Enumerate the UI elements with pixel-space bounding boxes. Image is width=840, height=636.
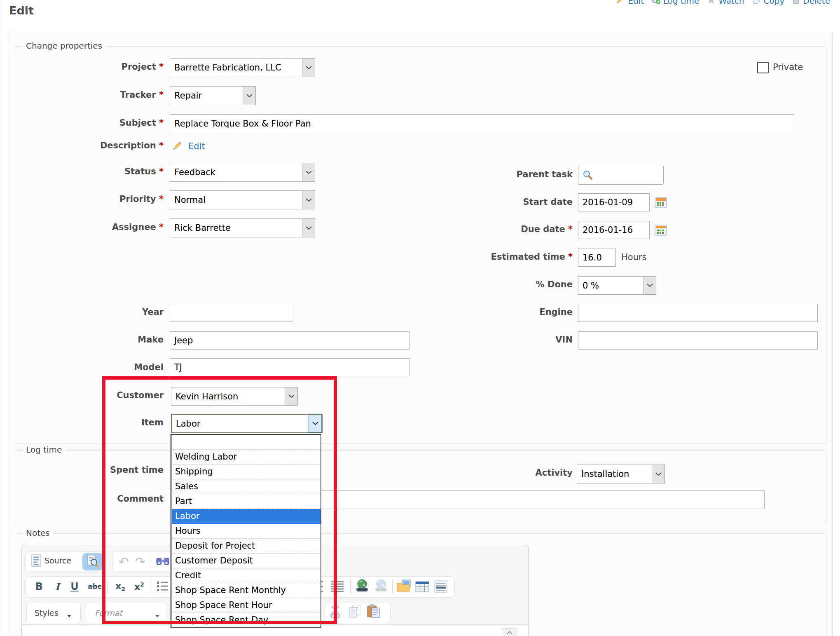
assignee-label: Assignee * bbox=[16, 222, 164, 232]
item-option[interactable]: Shop Space Rent Monthly bbox=[172, 583, 321, 598]
item-option[interactable]: Welding Labor bbox=[172, 450, 321, 465]
unlink-icon bbox=[373, 579, 389, 594]
item-option[interactable]: Shipping bbox=[172, 465, 321, 479]
copy-action-label: Copy bbox=[764, 0, 785, 6]
subject-value: Replace Torque Box & Floor Pan bbox=[174, 119, 311, 129]
vin-input[interactable] bbox=[578, 331, 818, 350]
scroll-up-button[interactable] bbox=[502, 628, 517, 636]
item-option[interactable]: Shop Space Rent Day bbox=[172, 613, 321, 627]
item-option[interactable]: Sales bbox=[172, 479, 321, 494]
toolbar-divider bbox=[350, 580, 351, 594]
italic-button[interactable]: I bbox=[49, 579, 65, 594]
item-option[interactable]: Deposit for Project bbox=[172, 539, 321, 554]
private-checkbox[interactable] bbox=[757, 62, 769, 73]
underline-icon: U bbox=[70, 581, 79, 592]
copy-icon bbox=[752, 0, 761, 7]
activity-select[interactable]: Installation bbox=[577, 465, 665, 483]
cut-button[interactable] bbox=[329, 605, 343, 620]
percent-done-select[interactable]: 0 % bbox=[578, 276, 656, 295]
model-input[interactable]: TJ bbox=[170, 358, 409, 376]
numbered-list-icon bbox=[157, 580, 169, 594]
tracker-select[interactable]: Repair bbox=[170, 86, 256, 105]
due-date-label: Due date * bbox=[412, 224, 573, 234]
log-time-legend: Log time bbox=[23, 445, 65, 455]
strikethrough-icon: abc bbox=[88, 582, 102, 591]
find-button[interactable] bbox=[156, 556, 170, 568]
paste-button[interactable] bbox=[367, 604, 381, 620]
priority-select[interactable]: Normal bbox=[170, 190, 315, 209]
watch-action[interactable]: Watch bbox=[707, 0, 744, 7]
chevron-down-icon bbox=[652, 465, 665, 483]
parent-task-input[interactable] bbox=[578, 166, 664, 185]
justify-button[interactable] bbox=[330, 580, 344, 594]
description-edit-link[interactable]: Edit bbox=[188, 141, 205, 151]
estimated-time-value: 16.0 bbox=[583, 253, 602, 263]
subscript-button[interactable]: x2 bbox=[111, 579, 129, 594]
model-label: Model bbox=[16, 362, 164, 372]
item-option-selected[interactable]: Labor bbox=[172, 509, 321, 524]
source-button[interactable]: Source bbox=[44, 556, 71, 565]
numbered-list-button[interactable] bbox=[157, 580, 169, 594]
underline-button[interactable]: U bbox=[67, 579, 82, 594]
superscript-button[interactable]: x2 bbox=[130, 579, 148, 594]
item-option[interactable]: Shop Space Rent Hour bbox=[172, 598, 321, 613]
due-date-input[interactable]: 2016-01-16 bbox=[578, 221, 650, 239]
chevron-down-icon bbox=[302, 219, 315, 237]
link-button[interactable] bbox=[354, 579, 370, 594]
year-input[interactable] bbox=[170, 304, 293, 322]
redo-button[interactable]: ↷ bbox=[133, 552, 147, 570]
copy-action[interactable]: Copy bbox=[752, 0, 785, 7]
page-title: Edit bbox=[9, 4, 34, 17]
item-label: Item bbox=[16, 418, 164, 427]
strikethrough-button[interactable]: abc bbox=[85, 579, 105, 594]
format-dropdown-label: Format bbox=[95, 608, 122, 617]
item-option[interactable]: Part bbox=[172, 494, 321, 509]
copy-icon bbox=[348, 604, 362, 620]
make-input[interactable]: Jeep bbox=[170, 331, 409, 350]
copy-button[interactable] bbox=[348, 604, 362, 620]
search-icon bbox=[583, 170, 593, 181]
status-select[interactable]: Feedback bbox=[170, 163, 315, 182]
item-option[interactable]: Hours bbox=[172, 524, 321, 539]
item-option[interactable]: Customer Deposit bbox=[172, 554, 321, 568]
bold-button[interactable]: B bbox=[31, 579, 47, 594]
delete-action[interactable]: Delete bbox=[792, 0, 830, 7]
subject-input[interactable]: Replace Torque Box & Floor Pan bbox=[170, 114, 794, 133]
customer-select[interactable]: Kevin Harrison bbox=[171, 387, 298, 406]
item-select[interactable]: Labor bbox=[171, 414, 323, 433]
log-time-action-label: Log time bbox=[663, 0, 699, 6]
horizontal-rule-button[interactable] bbox=[434, 580, 447, 594]
toolbar-divider bbox=[151, 555, 151, 569]
start-date-input[interactable]: 2016-01-09 bbox=[578, 193, 650, 211]
item-option[interactable] bbox=[172, 435, 321, 450]
log-time-action[interactable]: Log time bbox=[651, 0, 699, 7]
priority-label: Priority * bbox=[16, 194, 164, 204]
estimated-time-input[interactable]: 16.0 bbox=[578, 249, 616, 267]
image-button[interactable] bbox=[396, 580, 412, 594]
calendar-icon[interactable] bbox=[655, 197, 667, 208]
undo-button[interactable]: ↶ bbox=[116, 552, 131, 570]
parent-task-label: Parent task bbox=[412, 169, 573, 179]
chevron-down-icon bbox=[309, 415, 322, 432]
table-button[interactable] bbox=[415, 580, 429, 594]
activity-value: Installation bbox=[581, 469, 629, 479]
toolbar-divider bbox=[107, 580, 108, 594]
undo-icon: ↶ bbox=[118, 554, 129, 569]
project-select[interactable]: Barrette Fabrication, LLC bbox=[170, 58, 315, 77]
toolbar-divider bbox=[392, 580, 393, 594]
estimated-time-label: Estimated time * bbox=[412, 252, 573, 262]
preview-button[interactable] bbox=[82, 553, 103, 570]
table-icon bbox=[415, 580, 429, 594]
edit-action[interactable]: Edit bbox=[615, 0, 644, 7]
engine-input[interactable] bbox=[578, 304, 818, 322]
chevron-down-icon bbox=[155, 612, 160, 620]
make-label: Make bbox=[16, 335, 164, 345]
item-value: Labor bbox=[176, 419, 200, 429]
item-option[interactable]: Credit bbox=[172, 568, 321, 583]
unlink-button[interactable] bbox=[373, 579, 389, 594]
calendar-icon[interactable] bbox=[655, 224, 667, 236]
pencil-icon bbox=[172, 145, 183, 153]
find-icon bbox=[156, 556, 170, 568]
styles-dropdown-label: Styles bbox=[35, 608, 58, 617]
assignee-select[interactable]: Rick Barrette bbox=[170, 218, 315, 237]
